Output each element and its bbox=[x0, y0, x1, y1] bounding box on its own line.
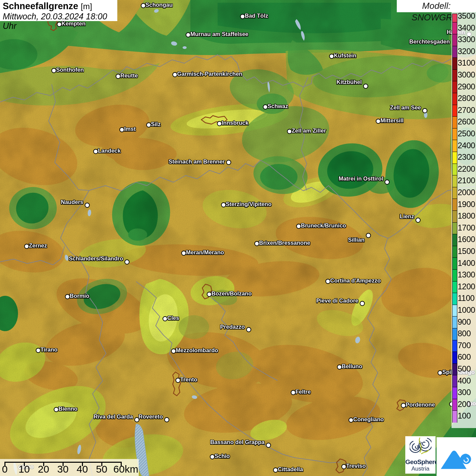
city-label-kitzb-hel: Kitzbühel bbox=[337, 78, 362, 86]
legend-segment-2900 bbox=[453, 81, 457, 93]
model-label: Modell: SNOWGRID bbox=[397, 0, 476, 12]
legend-segment-2500 bbox=[453, 128, 457, 140]
legend-segment-3300 bbox=[453, 34, 457, 46]
city-dot-treviso bbox=[341, 464, 346, 469]
city-dot-bruneck-brunico bbox=[296, 224, 301, 229]
legend-tick-2900: 2900 bbox=[458, 82, 476, 92]
city-label-belluno: Belluno bbox=[342, 362, 362, 370]
legend-segment-1400 bbox=[453, 257, 457, 270]
legend-tick-1200: 1200 bbox=[458, 282, 476, 292]
city-dot-sillian bbox=[366, 233, 371, 238]
city-label-lienz: Lienz bbox=[400, 213, 414, 220]
city-dot-lienz bbox=[415, 218, 421, 223]
city-dot-rovereto bbox=[164, 417, 169, 422]
city-label-garmisch-partenkirchen: Garmisch-Partenkirchen bbox=[177, 70, 242, 78]
legend-segment-1600 bbox=[453, 234, 457, 246]
city-dot-silz bbox=[146, 122, 151, 128]
legend-tick-1500: 1500 bbox=[458, 246, 476, 256]
map-title: Schneefallgrenze [m] bbox=[3, 1, 117, 12]
legend-tick-3100: 3100 bbox=[458, 58, 476, 68]
legend-segment-300 bbox=[453, 387, 457, 399]
city-label-bormio: Bormio bbox=[70, 292, 89, 300]
city-label-bad-t-lz: Bad Tölz bbox=[245, 12, 268, 19]
city-label-schio: Schio bbox=[215, 452, 230, 460]
city-dot-zell-am-see bbox=[422, 108, 427, 113]
legend-segment-3500 bbox=[453, 14, 457, 22]
legend-tick-3500: 3500 bbox=[458, 11, 476, 21]
city-label-sonthofen: Sonthofen bbox=[56, 66, 84, 73]
legend-tick-1600: 1600 bbox=[458, 234, 476, 244]
city-label-tirano: Tirano bbox=[40, 346, 57, 353]
legend-tick-200: 200 bbox=[458, 399, 476, 409]
legend-segment-200 bbox=[453, 399, 457, 411]
city-dot-conegliano bbox=[348, 418, 354, 423]
city-dot-schio bbox=[210, 454, 215, 459]
city-dot-cles bbox=[163, 316, 168, 321]
city-dot-mittersill bbox=[376, 119, 381, 124]
city-label-berchtesgaden: Berchtesgaden bbox=[409, 38, 450, 45]
legend-tick-100: 100 bbox=[458, 411, 476, 421]
city-label-landeck: Landeck bbox=[98, 147, 121, 154]
city-label-innsbruck: Innsbruck bbox=[222, 119, 249, 126]
legend-segment-1900 bbox=[453, 199, 457, 211]
legend-tick-2100: 2100 bbox=[458, 175, 476, 186]
legend-segment-2000 bbox=[453, 187, 457, 199]
city-dot-schwaz bbox=[263, 104, 268, 109]
legend-segment-2100 bbox=[453, 175, 457, 187]
city-dot-matrei-in-osttirol bbox=[385, 180, 390, 185]
legend-segment-3400 bbox=[453, 22, 457, 34]
city-label-zernez: Zernez bbox=[29, 242, 47, 249]
legend-tick-2300: 2300 bbox=[458, 152, 476, 162]
geosphere-logo-subtext: Austria bbox=[405, 465, 436, 472]
scale-label-60km: 60km bbox=[113, 463, 138, 475]
legend-segment-1000 bbox=[453, 305, 457, 317]
city-dot-bormio bbox=[65, 294, 70, 299]
legend-tick-2500: 2500 bbox=[458, 129, 476, 139]
city-label-predazzo: Predazzo bbox=[220, 323, 245, 330]
city-dot-trento bbox=[175, 378, 181, 383]
geosphere-logo: GeoSphere Austria bbox=[405, 436, 436, 474]
city-dot-nauders bbox=[85, 203, 90, 208]
city-label-treviso: Treviso bbox=[346, 462, 366, 470]
city-label-murnau-am-staffelsee: Murnau am Staffelsee bbox=[190, 30, 249, 38]
city-dot-brixen-bressanone bbox=[254, 241, 259, 246]
legend-segment-1100 bbox=[453, 293, 457, 305]
legend-tick-3400: 3400 bbox=[458, 23, 476, 33]
city-label-kufstein: Kufstein bbox=[334, 52, 356, 59]
city-label-mezzolombardo: Mezzolombardo bbox=[176, 346, 218, 354]
legend-segment-700 bbox=[453, 340, 457, 352]
city-dot-sonthofen bbox=[51, 68, 56, 73]
city-label-silz: Silz bbox=[151, 120, 160, 128]
city-dot-garmisch-partenkirchen bbox=[172, 72, 177, 77]
legend-segment-1300 bbox=[453, 269, 457, 282]
legend-tick-1000: 1000 bbox=[458, 305, 476, 315]
city-label-trento: Trento bbox=[180, 376, 197, 383]
city-label-cles: Cles bbox=[167, 314, 179, 322]
city-dot-mezzolombardo bbox=[171, 348, 176, 354]
city-label-schongau: Schongau bbox=[146, 1, 173, 8]
city-label-reutte: Reutte bbox=[120, 72, 138, 79]
city-label-mittersill: Mittersill bbox=[380, 117, 404, 124]
weather-map-stage: SchongauBad TölzKemptenHalleinMurnau am … bbox=[0, 0, 476, 476]
legend-tick-1300: 1300 bbox=[458, 270, 476, 280]
legend-segment-1500 bbox=[453, 246, 457, 258]
city-label-matrei-in-osttirol: Matrei in Osttirol bbox=[339, 175, 383, 182]
city-dot-zell-am-ziller bbox=[287, 129, 292, 134]
legend-tick-2800: 2800 bbox=[458, 93, 476, 103]
city-dot-cortina-d-ampezzo bbox=[325, 279, 330, 284]
city-dot-spilimbergo bbox=[438, 370, 443, 375]
city-label-bruneck-brunico: Bruneck/Brunico bbox=[301, 222, 346, 229]
geosphere-logo-text: GeoSphere bbox=[405, 459, 436, 465]
legend-segment-3100 bbox=[453, 57, 457, 70]
legend-tick-3000: 3000 bbox=[458, 70, 476, 80]
legend-tick-2400: 2400 bbox=[458, 140, 476, 151]
city-label-sillian: Sillian bbox=[348, 236, 364, 243]
map-datetime: Mittwoch, 20.03.2024 18:00 Uhr bbox=[3, 12, 117, 31]
city-dot-bad-t-lz bbox=[240, 14, 245, 19]
city-dot-imst bbox=[119, 127, 124, 132]
city-dot-kitzb-hel bbox=[363, 84, 368, 89]
legend-segment-500 bbox=[453, 363, 457, 376]
city-dot-pordenone bbox=[401, 403, 406, 408]
city-dot-sterzing-vipiteno bbox=[221, 202, 226, 207]
city-label-steinach-am-brenner: Steinach am Brenner bbox=[169, 158, 225, 165]
